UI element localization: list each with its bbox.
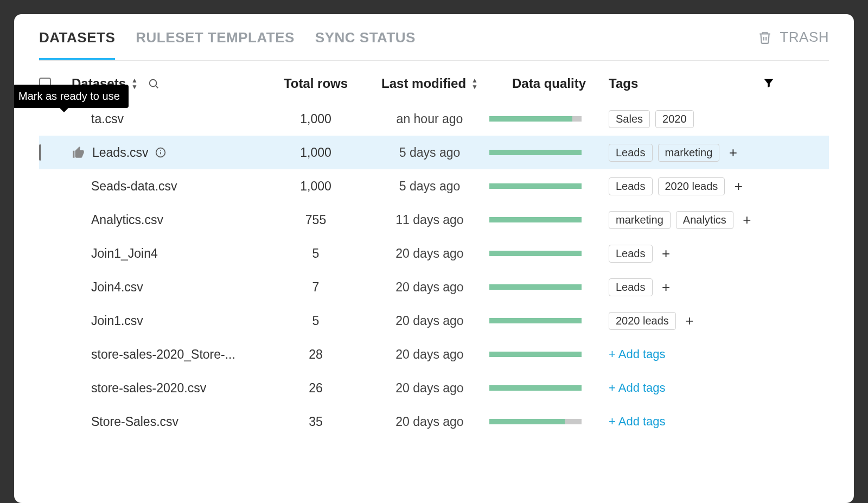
last-modified-value: 20 days ago [370, 347, 489, 362]
total-rows-value: 26 [261, 381, 370, 396]
dataset-name: ta.csv [91, 112, 124, 126]
last-modified-value: 20 days ago [370, 314, 489, 328]
data-quality-bar [489, 251, 609, 256]
tag-pill[interactable]: Sales [609, 110, 650, 128]
tag-pill[interactable]: Leads [609, 245, 653, 263]
tag-pill[interactable]: Leads [609, 177, 653, 195]
svg-point-0 [150, 80, 157, 87]
svg-point-2 [160, 150, 161, 151]
table-row[interactable]: Join1.csv520 days ago2020 leads+ [39, 304, 829, 338]
tab-sync-status[interactable]: SYNC STATUS [315, 14, 416, 60]
table-row[interactable]: store-sales-2020.csv2620 days ago+ Add t… [39, 371, 829, 405]
tags-cell: Leads+ [609, 278, 771, 296]
data-quality-bar [489, 385, 609, 391]
column-tags[interactable]: Tags [609, 76, 771, 91]
tag-pill[interactable]: 2020 [655, 110, 694, 128]
mark-ready-tooltip: Mark as ready to use [14, 85, 129, 108]
last-modified-value: 5 days ago [370, 145, 489, 160]
dataset-name: Store-Sales.csv [91, 415, 178, 429]
dataset-name: Seads-data.csv [91, 179, 177, 194]
tab-ruleset-templates[interactable]: RULESET TEMPLATES [136, 14, 295, 60]
filter-icon[interactable] [763, 77, 775, 89]
datasets-table: Datasets ▲▼ Total rows Last modified ▲▼ … [39, 61, 829, 438]
data-quality-bar [489, 352, 609, 357]
column-total-rows[interactable]: Total rows [261, 76, 370, 91]
row-checkbox[interactable] [39, 144, 41, 161]
table-row[interactable]: Leads.csv1,0005 days agoLeadsmarketing+ [39, 136, 829, 169]
tag-pill[interactable]: Leads [609, 144, 653, 162]
data-quality-bar [489, 318, 609, 323]
sort-icon: ▲▼ [131, 77, 138, 90]
last-modified-value: 20 days ago [370, 280, 489, 295]
tag-pill[interactable]: Analytics [676, 211, 733, 229]
tag-pill[interactable]: marketing [609, 211, 671, 229]
add-tag-button[interactable]: + [681, 313, 698, 329]
data-quality-bar [489, 116, 609, 122]
column-tags-label: Tags [609, 76, 638, 91]
add-tag-button[interactable]: + [658, 279, 674, 295]
trash-link[interactable]: TRASH [758, 29, 829, 46]
table-row[interactable]: Join4.csv720 days agoLeads+ [39, 270, 829, 304]
tab-datasets[interactable]: DATASETS [39, 14, 115, 60]
dataset-name: store-sales-2020_Store-... [91, 347, 235, 362]
add-tags-link[interactable]: + Add tags [609, 415, 666, 429]
tag-pill[interactable]: 2020 leads [609, 312, 676, 330]
tag-pill[interactable]: 2020 leads [658, 177, 725, 195]
trash-label: TRASH [780, 29, 829, 46]
table-row[interactable]: Analytics.csv75511 days agomarketingAnal… [39, 203, 829, 237]
data-quality-bar [489, 419, 609, 424]
add-tag-button[interactable]: + [658, 245, 674, 262]
data-quality-bar [489, 183, 609, 189]
add-tag-button[interactable]: + [739, 212, 755, 228]
table-row[interactable]: Join1_Join4520 days agoLeads+ [39, 237, 829, 270]
tags-cell: Leads+ [609, 245, 771, 263]
add-tag-button[interactable]: + [725, 144, 741, 161]
column-data-quality[interactable]: Data quality [489, 76, 609, 91]
sort-icon: ▲▼ [471, 77, 478, 90]
total-rows-value: 28 [261, 347, 370, 362]
column-last-modified-label: Last modified [381, 76, 466, 91]
info-icon[interactable] [155, 147, 166, 158]
add-tag-button[interactable]: + [730, 178, 746, 194]
tag-pill[interactable]: Leads [609, 278, 653, 296]
tags-cell: + Add tags [609, 381, 771, 395]
total-rows-value: 7 [261, 280, 370, 295]
dataset-name: Analytics.csv [91, 213, 163, 227]
tags-cell: + Add tags [609, 415, 771, 429]
dataset-name: Join1.csv [91, 314, 143, 328]
last-modified-value: 20 days ago [370, 381, 489, 396]
table-row[interactable]: Store-Sales.csv3520 days ago+ Add tags [39, 405, 829, 438]
table-row[interactable]: Seads-data.csv1,0005 days agoLeads2020 l… [39, 169, 829, 203]
tags-cell: Leadsmarketing+ [609, 144, 771, 162]
last-modified-value: an hour ago [370, 112, 489, 126]
total-rows-value: 5 [261, 314, 370, 328]
data-quality-bar [489, 150, 609, 155]
column-data-quality-label: Data quality [512, 76, 586, 91]
data-quality-bar [489, 217, 609, 222]
thumbs-up-icon[interactable] [72, 145, 86, 160]
trash-icon [758, 30, 772, 45]
data-quality-bar [489, 284, 609, 290]
dataset-name: store-sales-2020.csv [91, 381, 206, 396]
table-row[interactable]: store-sales-2020_Store-...2820 days ago+… [39, 338, 829, 371]
last-modified-value: 20 days ago [370, 246, 489, 261]
search-icon[interactable] [148, 78, 159, 90]
last-modified-value: 5 days ago [370, 179, 489, 194]
column-last-modified[interactable]: Last modified ▲▼ [370, 76, 489, 91]
add-tags-link[interactable]: + Add tags [609, 381, 666, 395]
dataset-name: Leads.csv [92, 145, 149, 160]
tags-cell: Leads2020 leads+ [609, 177, 771, 195]
main-panel: Mark as ready to use DATASETS RULESET TE… [14, 14, 854, 503]
dataset-name: Join4.csv [91, 280, 143, 295]
total-rows-value: 1,000 [261, 112, 370, 126]
total-rows-value: 5 [261, 246, 370, 261]
tags-cell: marketingAnalytics+ [609, 211, 771, 229]
add-tags-link[interactable]: + Add tags [609, 347, 666, 361]
tags-cell: + Add tags [609, 347, 771, 361]
table-row[interactable]: ta.csv1,000an hour agoSales2020 [39, 102, 829, 136]
table-header-row: Datasets ▲▼ Total rows Last modified ▲▼ … [39, 61, 829, 102]
tag-pill[interactable]: marketing [658, 144, 720, 162]
total-rows-value: 755 [261, 213, 370, 227]
last-modified-value: 11 days ago [370, 213, 489, 227]
dataset-name: Join1_Join4 [91, 246, 158, 261]
